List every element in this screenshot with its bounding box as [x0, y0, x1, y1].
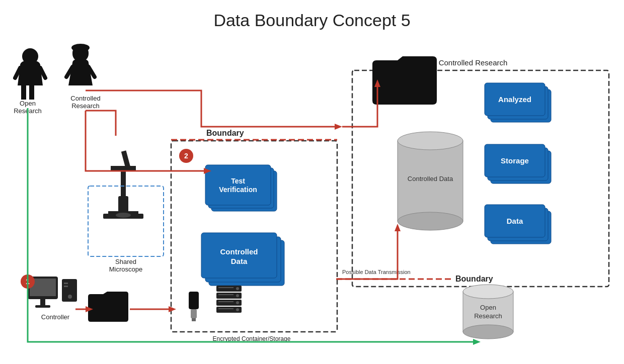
boundary-bottom-label: Boundary — [455, 275, 493, 283]
controlled-data-cylinder-label: Controlled Data — [408, 175, 453, 183]
red-arrow-to-folder-left-head — [86, 306, 93, 312]
badge-2-circle — [179, 149, 193, 163]
svg-rect-20 — [189, 292, 199, 309]
controlled-research-person — [66, 44, 95, 85]
red-arrow-top — [86, 90, 337, 127]
controlled-research-box-label: Controlled Research — [439, 58, 508, 67]
svg-rect-14 — [40, 299, 45, 305]
open-research-cylinder-label2: Research — [474, 312, 502, 320]
svg-point-37 — [398, 212, 463, 230]
red-arrow-down1 — [86, 111, 116, 136]
svg-rect-35 — [398, 141, 463, 221]
red-arrow-folder-head — [374, 79, 380, 87]
controlled-research-box — [352, 70, 609, 287]
red-arrow-into-box-head — [204, 168, 211, 174]
svg-rect-24 — [216, 293, 242, 299]
test-verification-card1 — [205, 165, 271, 205]
storage-card3 — [491, 151, 551, 184]
svg-rect-17 — [64, 283, 68, 284]
encrypted-container-label: Encrypted Container/Storage — [213, 335, 291, 342]
svg-rect-21 — [191, 309, 197, 318]
red-arrow-microscope — [86, 111, 166, 171]
open-research-label: Open — [20, 100, 36, 107]
svg-point-11 — [116, 213, 131, 218]
test-verification-text2: Verification — [219, 186, 257, 194]
svg-rect-1 — [21, 84, 26, 100]
svg-rect-23 — [216, 286, 242, 292]
svg-rect-10 — [108, 211, 138, 215]
svg-point-28 — [236, 294, 239, 297]
badge-3-label: 3 — [423, 80, 427, 88]
svg-rect-22 — [192, 318, 196, 321]
svg-rect-6 — [121, 166, 126, 214]
svg-rect-26 — [216, 307, 242, 313]
red-arrow-ctrl-head — [169, 306, 176, 312]
svg-point-4 — [71, 44, 90, 52]
svg-point-27 — [236, 287, 239, 290]
open-research-label2: Research — [14, 107, 42, 115]
red-arrow-data-transmission — [337, 229, 398, 279]
badge-2-label: 2 — [184, 152, 188, 160]
svg-rect-2 — [29, 84, 34, 100]
red-arrow-top-head — [335, 124, 342, 130]
svg-point-30 — [236, 308, 239, 311]
svg-rect-8 — [121, 150, 131, 168]
analyzed-card3 — [491, 89, 551, 122]
svg-point-29 — [236, 301, 239, 304]
svg-point-36 — [398, 132, 463, 150]
shared-microscope-box — [88, 186, 164, 256]
svg-rect-7 — [111, 166, 136, 171]
svg-rect-9 — [118, 196, 128, 214]
svg-point-40 — [463, 325, 513, 339]
svg-rect-31 — [218, 287, 233, 288]
badge-1-label: 1 — [26, 278, 30, 286]
controlled-data-text1: Controlled — [220, 247, 258, 256]
usb-drive-icon — [189, 292, 199, 321]
svg-point-19 — [68, 295, 72, 299]
svg-rect-5 — [103, 214, 143, 219]
svg-point-0 — [22, 48, 38, 64]
open-research-cylinder-label1: Open — [480, 304, 496, 311]
svg-rect-34 — [218, 308, 233, 309]
controller-icon — [28, 277, 77, 308]
data-text: Data — [507, 217, 523, 225]
storage-card1 — [485, 144, 545, 177]
data-card1 — [485, 205, 545, 237]
storage-text: Storage — [501, 156, 529, 165]
svg-rect-12 — [28, 277, 58, 299]
red-arrow-transmission-head — [395, 224, 401, 231]
microscope-icon — [103, 150, 143, 219]
analyzed-card2 — [488, 86, 548, 119]
svg-rect-33 — [218, 301, 233, 302]
svg-rect-25 — [216, 300, 242, 306]
data-card3 — [491, 211, 551, 244]
shared-microscope-label2: Microscope — [109, 265, 142, 273]
controlled-research-label: Controlled — [70, 95, 100, 102]
green-arrow-head — [473, 339, 481, 345]
svg-rect-16 — [62, 279, 77, 302]
controlled-data-cylinder: Controlled Data — [398, 132, 463, 230]
svg-rect-15 — [35, 305, 50, 308]
folder-left-icon — [88, 292, 128, 322]
svg-rect-13 — [30, 279, 56, 296]
encrypted-container-box — [171, 141, 337, 332]
svg-rect-38 — [463, 292, 513, 332]
open-research-person — [15, 48, 45, 100]
open-research-cylinder: Open Research — [463, 285, 513, 339]
page-title: Data Boundary Concept 5 — [213, 11, 410, 30]
analyzed-card1 — [485, 83, 545, 116]
possible-data-transmission-label: Possible Data Transmission — [342, 269, 411, 275]
controlled-research-label2: Research — [71, 102, 100, 110]
boundary-top-label: Boundary — [206, 129, 244, 137]
test-verification-card2 — [208, 168, 274, 208]
svg-point-3 — [72, 46, 89, 62]
data-card2 — [488, 208, 548, 241]
svg-rect-32 — [218, 294, 233, 295]
controlled-data-text2: Data — [231, 257, 248, 265]
controlled-data-card3 — [209, 240, 284, 286]
badge-1-circle — [21, 275, 35, 289]
test-verification-text1: Test — [231, 177, 245, 185]
analyzed-text: Analyzed — [498, 95, 531, 104]
controlled-data-card1 — [201, 233, 277, 278]
svg-rect-18 — [64, 286, 68, 287]
